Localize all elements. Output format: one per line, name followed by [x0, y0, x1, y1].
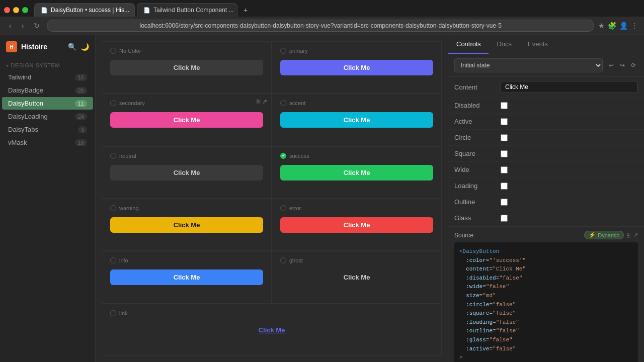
sidebar-item-daisytabs[interactable]: DaisyTabs 3	[2, 123, 93, 136]
warning-dot	[110, 205, 116, 211]
state-reset-button[interactable]: ⟳	[629, 61, 638, 70]
control-checkbox-loading[interactable]	[501, 183, 508, 190]
state-undo-button[interactable]: ↩	[607, 61, 616, 70]
btn-link[interactable]: Click Me	[110, 322, 433, 338]
no-color-dot	[110, 48, 116, 54]
control-checkbox-square[interactable]	[501, 150, 508, 157]
story-cell-warning-label: warning	[110, 205, 263, 211]
control-checkbox-circle[interactable]	[501, 134, 508, 141]
btn-no-color[interactable]: Click Me	[110, 60, 263, 75]
source-header-left: Source	[454, 232, 473, 239]
sidebar-header: H Histoire 🔍 🌙	[0, 35, 95, 56]
traffic-lights	[4, 7, 28, 13]
dynamic-badge[interactable]: ⚡ Dynamic	[584, 231, 624, 239]
state-select[interactable]: Initial state	[454, 58, 603, 72]
control-checkbox-disabled[interactable]	[501, 102, 508, 109]
new-tab-button[interactable]: +	[239, 4, 252, 16]
error-dot	[280, 205, 286, 211]
tab-active[interactable]: 📄 DaisyButton • success | His... ✕	[34, 3, 135, 17]
traffic-light-green[interactable]	[22, 7, 28, 13]
open-source-button[interactable]: ↗	[633, 231, 638, 239]
story-cell-error-label: error	[280, 205, 433, 211]
sidebar-item-daisybutton[interactable]: DaisyButton 11	[2, 97, 93, 110]
sidebar-item-vmask[interactable]: vMask 18	[2, 136, 93, 149]
sidebar-vmask-count: 18	[75, 139, 87, 146]
sidebar-section: ▾ Design System Tailwind 16 DaisyBadge 2…	[0, 56, 95, 153]
dynamic-label: Dynamic	[598, 232, 619, 238]
tab-docs[interactable]: Docs	[489, 35, 520, 54]
story-cell-info-label: info	[110, 257, 263, 263]
control-row-wide: Wide	[448, 162, 644, 178]
sidebar-actions: 🔍 🌙	[68, 43, 89, 51]
state-redo-button[interactable]: ↪	[618, 61, 627, 70]
accent-dot	[280, 100, 286, 106]
link-dot	[110, 310, 116, 316]
story-cell-success: ✓ success Click Me	[272, 146, 442, 199]
story-cell-accent: accent Click Me	[272, 94, 442, 146]
control-row-loading: Loading	[448, 178, 644, 194]
sidebar-daisybadge-count: 26	[75, 87, 87, 94]
sidebar-daisytabs-count: 3	[78, 126, 87, 133]
control-checkbox-active[interactable]	[501, 118, 508, 125]
controls-panel: Controls Docs Events Initial state ↩ ↪ ⟳…	[448, 35, 644, 362]
back-button[interactable]: ‹	[6, 21, 15, 31]
theme-toggle[interactable]: 🌙	[80, 43, 89, 51]
address-input[interactable]	[47, 20, 594, 32]
browser-chrome: 📄 DaisyButton • success | His... ✕ 📄 Tai…	[0, 0, 644, 35]
story-cell-ghost: ghost Click Me	[272, 251, 442, 303]
btn-secondary[interactable]: Click Me	[110, 112, 263, 128]
search-button[interactable]: 🔍	[68, 43, 76, 51]
story-cell-primary-label: primary	[280, 48, 433, 54]
tab-inactive[interactable]: 📄 Tailwind Button Component ... ✕	[137, 3, 237, 17]
control-row-disabled: Disabled	[448, 98, 644, 114]
sidebar-item-daisybadge[interactable]: DaisyBadge 26	[2, 84, 93, 97]
tab-events[interactable]: Events	[520, 35, 556, 54]
btn-accent[interactable]: Click Me	[280, 112, 433, 128]
source-actions: ⚡ Dynamic ⎘ ↗	[584, 231, 638, 239]
forward-button[interactable]: ›	[19, 21, 27, 31]
control-checkbox-glass[interactable]	[501, 215, 508, 222]
success-dot: ✓	[280, 153, 286, 159]
traffic-light-yellow[interactable]	[13, 7, 19, 13]
sidebar-daisybadge-label: DaisyBadge	[8, 86, 71, 94]
btn-ghost[interactable]: Click Me	[280, 269, 433, 285]
control-input-content[interactable]	[501, 81, 638, 93]
story-cell-success-label: ✓ success	[280, 153, 433, 159]
btn-primary[interactable]: Click Me	[280, 60, 433, 75]
main-content: No Color Click Me primary Click Me secon…	[96, 35, 448, 362]
control-label-content: Content	[454, 83, 495, 91]
control-checkbox-outline[interactable]	[501, 199, 508, 206]
story-cell-no-color-label: No Color	[110, 48, 263, 54]
bookmark-icon[interactable]: ★	[598, 22, 605, 30]
state-actions: ↩ ↪ ⟳	[607, 61, 638, 70]
btn-neutral[interactable]: Click Me	[110, 165, 263, 180]
external-link-action[interactable]: ↗	[262, 98, 267, 105]
btn-success[interactable]: Click Me	[280, 165, 433, 180]
tab-controls[interactable]: Controls	[448, 35, 489, 54]
source-label: Source	[454, 232, 473, 239]
sidebar-section-label: ▾ Design System	[0, 60, 95, 70]
btn-warning[interactable]: Click Me	[110, 217, 263, 233]
extensions-icon[interactable]: 🧩	[608, 22, 616, 30]
btn-info[interactable]: Click Me	[110, 269, 263, 285]
controls-tabs: Controls Docs Events	[448, 35, 644, 54]
source-code: <DaisyButton :color="'success'" content=…	[454, 242, 638, 362]
copy-source-button[interactable]: ⎘	[627, 231, 630, 239]
source-section: Source ⚡ Dynamic ⎘ ↗ <DaisyButton :color…	[448, 226, 644, 362]
control-checkbox-wide[interactable]	[501, 166, 508, 173]
reload-button[interactable]: ↻	[31, 21, 43, 31]
traffic-light-red[interactable]	[4, 7, 10, 13]
copy-action[interactable]: ⎘	[257, 98, 260, 105]
tab-close-1[interactable]: ✕	[134, 8, 135, 13]
sidebar-daisybutton-label: DaisyButton	[8, 100, 71, 107]
sidebar-item-daisyloading[interactable]: DaisyLoading 24	[2, 110, 93, 123]
profile-icon[interactable]: 👤	[619, 22, 628, 30]
sidebar-tailwind-label: Tailwind	[8, 73, 71, 81]
control-label-active: Active	[454, 118, 495, 125]
btn-error[interactable]: Click Me	[280, 217, 433, 233]
sidebar-item-tailwind[interactable]: Tailwind 16	[2, 71, 93, 83]
menu-icon[interactable]: ⋮	[631, 22, 638, 30]
control-row-glass: Glass	[448, 210, 644, 226]
tab-bar: 📄 DaisyButton • success | His... ✕ 📄 Tai…	[0, 0, 644, 17]
primary-dot	[280, 48, 286, 54]
